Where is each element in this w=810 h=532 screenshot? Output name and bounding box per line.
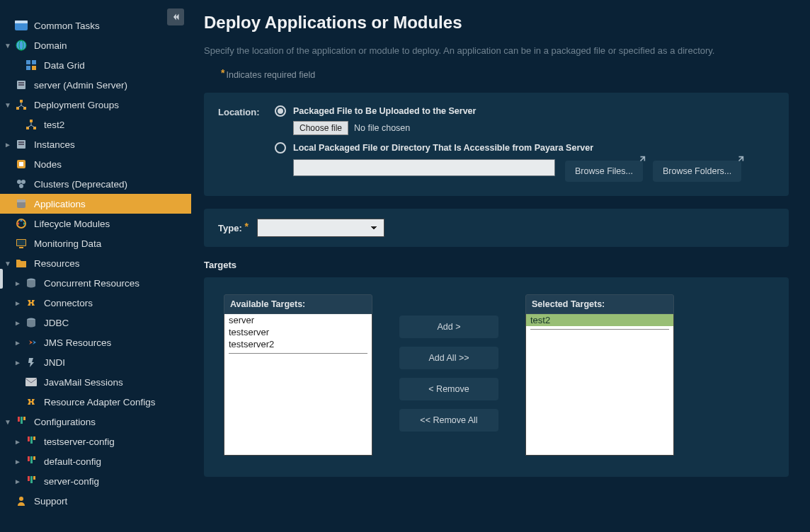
main-content: Deploy Applications or Modules Specify t…	[191, 0, 810, 532]
list-item[interactable]: test2	[526, 314, 673, 326]
nav-item-common-tasks[interactable]: ►Common Tasks	[0, 16, 191, 35]
radio-local-file[interactable]	[275, 142, 286, 154]
nav-item-default-config[interactable]: ►default-config	[0, 451, 191, 471]
nav-item-testserver-config[interactable]: ►testserver-config	[0, 432, 191, 451]
sidebar-resize-handle[interactable]	[0, 269, 3, 289]
nav-item-resources[interactable]: ▼Resources	[0, 253, 191, 273]
local-path-input[interactable]	[293, 159, 555, 176]
svg-rect-10	[18, 82, 24, 83]
nav-item-label: server (Admin Server)	[34, 80, 127, 91]
nav-item-clusters-deprecated-[interactable]: ►Clusters (Deprecated)	[0, 174, 191, 194]
nav-item-label: Instances	[34, 139, 75, 150]
list-separator	[530, 329, 669, 330]
nav-item-resource-adapter-configs[interactable]: ►Resource Adapter Configs	[0, 392, 191, 412]
targets-panel: Available Targets: servertestservertests…	[204, 277, 789, 477]
nav-item-data-grid[interactable]: ►Data Grid	[0, 55, 191, 75]
type-select[interactable]	[257, 219, 384, 237]
selected-targets-header: Selected Targets:	[525, 294, 674, 314]
deploy-icon	[24, 117, 38, 132]
nav-item-server-config[interactable]: ►server-config	[0, 471, 191, 491]
external-link-icon	[737, 155, 744, 162]
expand-arrow-icon: ►	[13, 438, 23, 446]
config-icon	[24, 434, 38, 449]
server-icon	[14, 137, 28, 151]
nav-item-jms-resources[interactable]: ►JMS Resources	[0, 332, 191, 352]
nav-item-deployment-groups[interactable]: ▼Deployment Groups	[0, 95, 191, 115]
nav-item-domain[interactable]: ▼Domain	[0, 35, 191, 55]
list-item[interactable]: testserver	[224, 326, 372, 338]
svg-rect-11	[18, 84, 24, 86]
svg-rect-20	[18, 144, 24, 145]
nav-item-label: Monitoring Data	[34, 238, 101, 249]
nav-item-label: test2	[44, 120, 64, 130]
svg-rect-34	[25, 378, 37, 386]
svg-rect-45	[30, 476, 33, 483]
nav-item-jndi[interactable]: ►JNDI	[0, 352, 191, 372]
type-panel: Type: *	[204, 209, 789, 247]
selected-targets-list[interactable]: test2	[525, 314, 674, 456]
svg-rect-37	[23, 417, 25, 420]
nav-item-applications[interactable]: ►Applications	[0, 194, 191, 214]
expand-arrow-icon: ►	[13, 319, 23, 327]
nav-item-connectors[interactable]: ►Connectors	[0, 293, 191, 313]
nav-item-support[interactable]: ►Support	[0, 491, 191, 511]
choose-file-button[interactable]: Choose file	[293, 121, 348, 135]
nav-item-label: JDBC	[44, 318, 69, 328]
expand-arrow-icon: ►	[13, 339, 23, 347]
selected-targets-column: Selected Targets: test2	[525, 294, 674, 456]
svg-point-25	[19, 184, 23, 188]
sidebar-collapse-button[interactable]	[167, 8, 184, 25]
remove-all-button[interactable]: << Remove All	[399, 409, 498, 432]
location-panel: Location: Packaged File to Be Uploaded t…	[204, 93, 789, 196]
nav-item-lifecycle-modules[interactable]: ►Lifecycle Modules	[0, 214, 191, 233]
add-all-button[interactable]: Add All >>	[399, 347, 498, 369]
svg-rect-8	[32, 66, 36, 70]
monitor-icon	[14, 236, 28, 250]
add-button[interactable]: Add >	[399, 316, 498, 338]
svg-point-47	[19, 497, 23, 501]
svg-rect-36	[21, 417, 23, 424]
nav-item-label: Common Tasks	[34, 21, 100, 31]
expand-arrow-icon: ►	[13, 359, 23, 366]
list-item[interactable]: server	[224, 314, 372, 326]
nav-item-label: Configurations	[34, 417, 96, 427]
browse-folders-button[interactable]: Browse Folders...	[653, 161, 741, 182]
config-icon	[24, 474, 38, 488]
nav-item-nodes[interactable]: ►Nodes	[0, 154, 191, 174]
nav-item-concurrent-resources[interactable]: ►Concurrent Resources	[0, 273, 191, 293]
lifecycle-icon	[14, 216, 28, 231]
svg-rect-15	[30, 120, 33, 122]
nav-item-instances[interactable]: ►Instances	[0, 134, 191, 154]
remove-button[interactable]: < Remove	[399, 378, 498, 400]
page-title: Deploy Applications or Modules	[204, 13, 789, 33]
nav-item-monitoring-data[interactable]: ►Monitoring Data	[0, 233, 191, 253]
no-file-chosen-text: No file chosen	[354, 123, 410, 133]
expand-arrow-icon: ▼	[3, 260, 13, 267]
nav-item-javamail-sessions[interactable]: ►JavaMail Sessions	[0, 372, 191, 392]
list-item[interactable]: testserver2	[224, 338, 372, 350]
radio-local-file-label: Local Packaged File or Directory That Is…	[293, 143, 593, 153]
nav-item-label: default-config	[44, 456, 101, 467]
db-icon	[24, 276, 38, 290]
jndi-icon	[24, 355, 38, 369]
available-targets-list[interactable]: servertestservertestserver2	[224, 314, 372, 456]
svg-rect-12	[20, 100, 23, 103]
nav-item-configurations[interactable]: ▼Configurations	[0, 412, 191, 432]
nav-item-label: Concurrent Resources	[44, 278, 139, 289]
nav-item-server-admin-server-[interactable]: ►server (Admin Server)	[0, 75, 191, 95]
nav-item-label: Deployment Groups	[34, 100, 119, 110]
svg-rect-35	[18, 417, 20, 422]
asterisk-icon: *	[242, 221, 249, 232]
radio-packaged-upload-label: Packaged File to Be Uploaded to the Serv…	[293, 106, 476, 116]
nav-item-jdbc[interactable]: ►JDBC	[0, 313, 191, 332]
targets-heading: Targets	[204, 260, 789, 270]
svg-point-24	[21, 180, 25, 184]
page-description: Specify the location of the application …	[204, 45, 789, 56]
expand-arrow-icon: ►	[13, 299, 23, 307]
expand-arrow-icon: ►	[13, 458, 23, 466]
browse-files-button[interactable]: Browse Files...	[565, 161, 643, 182]
radio-packaged-upload[interactable]	[275, 105, 286, 117]
svg-rect-40	[33, 436, 35, 440]
connector-icon	[24, 296, 38, 310]
nav-item-test2[interactable]: ►test2	[0, 115, 191, 134]
